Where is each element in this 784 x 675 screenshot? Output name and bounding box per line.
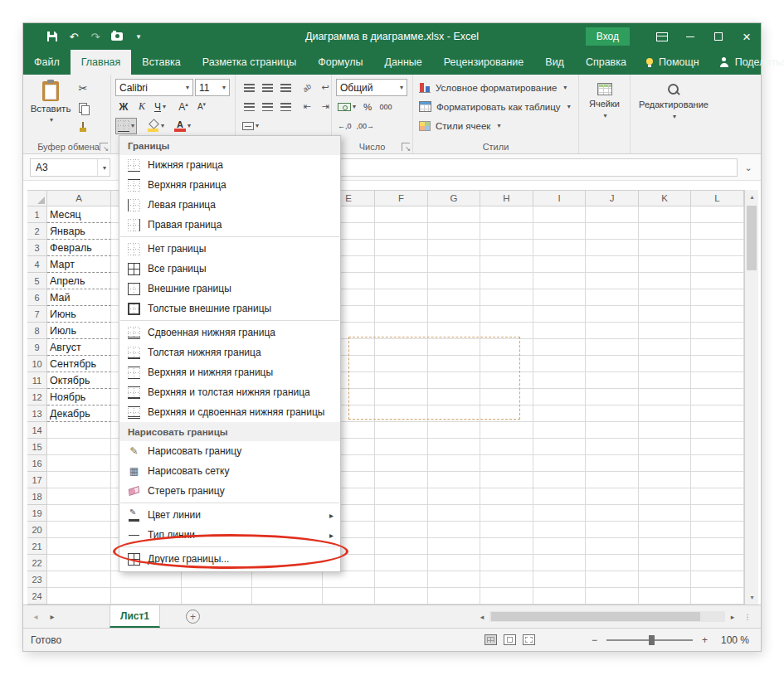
menu-item-double-bottom-border[interactable]: Сдвоенная нижняя граница xyxy=(119,323,340,342)
undo-button[interactable] xyxy=(65,27,83,46)
column-header-A[interactable]: A xyxy=(47,190,111,206)
cell-L18[interactable] xyxy=(691,488,744,505)
row-header-21[interactable]: 21 xyxy=(27,538,47,555)
tab-data[interactable]: Данные xyxy=(374,50,433,75)
cell-F17[interactable] xyxy=(375,472,428,488)
cell-G23[interactable] xyxy=(428,571,480,588)
close-button[interactable] xyxy=(733,23,761,50)
align-center-button[interactable] xyxy=(259,99,275,115)
cell-K18[interactable] xyxy=(639,488,691,505)
camera-button[interactable] xyxy=(108,27,126,46)
cell-G24[interactable] xyxy=(428,588,480,605)
row-header-13[interactable]: 13 xyxy=(27,405,47,422)
cell-L15[interactable] xyxy=(691,439,744,455)
cell-J7[interactable] xyxy=(586,306,639,323)
name-box-dropdown-arrow[interactable] xyxy=(97,159,110,176)
cell-H20[interactable] xyxy=(480,522,533,538)
cell-H8[interactable] xyxy=(480,323,533,339)
number-format-combo[interactable]: Общий xyxy=(336,79,407,96)
cell-H21[interactable] xyxy=(480,538,533,555)
column-header-I[interactable]: I xyxy=(533,190,586,206)
cell-A4[interactable]: Март xyxy=(47,256,111,273)
cell-F5[interactable] xyxy=(375,273,428,289)
cell-K10[interactable] xyxy=(639,356,691,372)
tab-home[interactable]: Главная xyxy=(71,50,132,75)
cell-F8[interactable] xyxy=(375,323,428,339)
cell-J3[interactable] xyxy=(586,240,639,256)
cell-A17[interactable] xyxy=(47,472,111,488)
fill-color-button[interactable] xyxy=(145,118,166,134)
font-name-combo[interactable]: Calibri xyxy=(115,79,193,96)
cell-A16[interactable] xyxy=(47,455,111,472)
cell-F10[interactable] xyxy=(375,356,428,372)
cell-J5[interactable] xyxy=(586,273,639,289)
paste-button[interactable]: Вставить xyxy=(32,78,70,138)
tab-view[interactable]: Вид xyxy=(534,50,575,75)
cell-L3[interactable] xyxy=(691,240,744,256)
cell-J23[interactable] xyxy=(586,571,639,588)
cell-K20[interactable] xyxy=(639,522,691,538)
cell-I22[interactable] xyxy=(533,555,586,571)
cell-I9[interactable] xyxy=(533,339,586,356)
cell-L8[interactable] xyxy=(691,323,744,339)
clipboard-dialog-launcher-icon[interactable] xyxy=(100,143,108,151)
name-box[interactable]: A3 xyxy=(30,158,110,177)
cell-A7[interactable]: Июнь xyxy=(47,306,111,323)
align-right-button[interactable] xyxy=(277,99,294,115)
cell-K16[interactable] xyxy=(639,455,691,472)
percent-style-button[interactable]: % xyxy=(359,99,376,115)
cell-G15[interactable] xyxy=(428,439,480,455)
row-header-24[interactable]: 24 xyxy=(27,588,47,605)
cell-K1[interactable] xyxy=(639,206,691,223)
menu-item-more-borders[interactable]: Другие границы... xyxy=(119,549,340,569)
cell-K11[interactable] xyxy=(639,372,691,389)
cell-B23[interactable] xyxy=(111,571,182,588)
cell-I19[interactable] xyxy=(533,505,586,522)
align-left-button[interactable] xyxy=(241,99,257,115)
cell-I6[interactable] xyxy=(533,289,586,306)
cell-L11[interactable] xyxy=(691,372,744,389)
cell-K3[interactable] xyxy=(639,240,691,256)
cell-H12[interactable] xyxy=(480,389,533,405)
cell-K21[interactable] xyxy=(639,538,691,555)
sign-in-button[interactable]: Вход xyxy=(586,27,630,46)
cell-H19[interactable] xyxy=(480,505,533,522)
font-size-combo[interactable]: 11 xyxy=(195,79,230,96)
cell-G4[interactable] xyxy=(428,256,480,273)
cell-I16[interactable] xyxy=(533,455,586,472)
cells-dropdown-arrow[interactable] xyxy=(601,112,606,119)
cell-A24[interactable] xyxy=(47,588,111,605)
cell-L10[interactable] xyxy=(691,356,744,372)
cell-G16[interactable] xyxy=(428,455,480,472)
cell-K8[interactable] xyxy=(639,323,691,339)
cell-J9[interactable] xyxy=(586,339,639,356)
next-sheet-button[interactable] xyxy=(45,605,60,628)
menu-item-thick-bottom-border[interactable]: Толстая нижняя граница xyxy=(119,342,340,362)
cell-L22[interactable] xyxy=(691,555,744,571)
cell-I1[interactable] xyxy=(533,206,586,223)
tab-help[interactable]: Справка xyxy=(575,50,637,75)
cell-L20[interactable] xyxy=(691,522,744,538)
cell-E24[interactable] xyxy=(323,588,375,605)
row-header-23[interactable]: 23 xyxy=(27,571,47,588)
menu-item-draw-border[interactable]: Нарисовать границу xyxy=(119,441,340,461)
cell-F7[interactable] xyxy=(375,306,428,323)
row-header-15[interactable]: 15 xyxy=(27,439,47,455)
cell-K12[interactable] xyxy=(639,389,691,405)
cell-J12[interactable] xyxy=(586,389,639,405)
row-header-18[interactable]: 18 xyxy=(27,488,47,505)
align-top-button[interactable] xyxy=(241,80,257,96)
cell-H23[interactable] xyxy=(480,571,533,588)
cell-A2[interactable]: Январь xyxy=(47,223,111,240)
number-format-dropdown-arrow[interactable] xyxy=(398,84,403,91)
cell-F18[interactable] xyxy=(375,488,428,505)
cell-F2[interactable] xyxy=(375,223,428,240)
editing-button[interactable]: Редактирование xyxy=(634,78,713,150)
row-header-4[interactable]: 4 xyxy=(27,256,47,273)
cell-A3[interactable]: Февраль xyxy=(47,240,111,256)
cell-J14[interactable] xyxy=(586,422,639,439)
cell-H2[interactable] xyxy=(480,223,533,240)
cell-G21[interactable] xyxy=(428,538,480,555)
cell-C23[interactable] xyxy=(182,571,252,588)
cell-A9[interactable]: Август xyxy=(47,339,111,356)
